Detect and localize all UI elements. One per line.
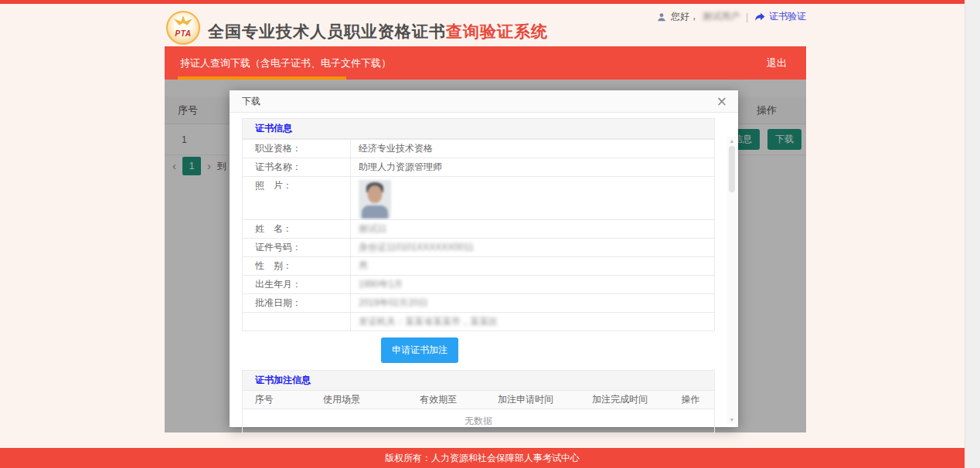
annotation-table-header: 序号 使用场景 有效期至 加注申请时间 加注完成时间 操作 bbox=[243, 391, 714, 409]
info-value: 助理人力资源管理师 bbox=[351, 158, 714, 176]
header-divider: | bbox=[746, 12, 748, 22]
main-navbar: 持证人查询下载（含电子证书、电子文件下载） 退出 bbox=[165, 46, 806, 80]
browser-scrollbar[interactable] bbox=[965, 0, 980, 468]
site-header: PTA 全国专业技术人员职业资格证书查询验证系统 您好， 测试用户 | 证书验证 bbox=[165, 4, 806, 46]
modal-header: 下载 × bbox=[230, 90, 738, 113]
info-row-qualification: 职业资格： 经济专业技术资格 bbox=[243, 139, 714, 158]
info-label: 证件号码： bbox=[243, 239, 351, 256]
info-value: 经济专业技术资格 bbox=[351, 140, 714, 158]
info-row-gender: 性 别： 男 bbox=[243, 256, 714, 275]
modal-title: 下载 bbox=[242, 95, 260, 108]
tab-label: 持证人查询下载（含电子证书、电子文件下载） bbox=[180, 56, 391, 70]
user-icon bbox=[656, 12, 667, 22]
info-row-approval-date: 批准日期： 2019年02月20日 bbox=[243, 293, 714, 312]
photo-cell bbox=[351, 177, 714, 219]
certificate-info-section: 证书信息 职业资格： 经济专业技术资格 证书名称： 助理人力资源管理师 照 片： bbox=[242, 118, 715, 331]
certificate-verify-label: 证书验证 bbox=[769, 10, 806, 23]
close-icon[interactable]: × bbox=[716, 95, 727, 108]
page-container: PTA 全国专业技术人员职业资格证书查询验证系统 您好， 测试用户 | 证书验证… bbox=[165, 4, 806, 46]
info-row-issuer: 发证机关：某某省某某市，某某区 bbox=[243, 312, 714, 331]
scroll-thumb[interactable] bbox=[729, 146, 735, 192]
certificate-photo bbox=[359, 180, 391, 219]
info-row-cert-name: 证书名称： 助理人力资源管理师 bbox=[243, 158, 714, 176]
logo-text: PTA bbox=[175, 29, 192, 38]
info-value-redacted: 男 bbox=[351, 257, 714, 275]
certificate-verify-link[interactable]: 证书验证 bbox=[754, 10, 806, 23]
info-label: 职业资格： bbox=[243, 140, 351, 158]
page-title-accent: 查询验证系统 bbox=[446, 22, 548, 40]
info-row-birth-date: 出生年月： 1990年1月 bbox=[243, 275, 714, 293]
certificate-info-title: 证书信息 bbox=[243, 119, 714, 139]
username-redacted: 测试用户 bbox=[703, 10, 740, 23]
scroll-up-icon[interactable]: ▲ bbox=[730, 137, 735, 145]
info-label: 照 片： bbox=[243, 177, 351, 219]
tab-holder-query-download[interactable]: 持证人查询下载（含电子证书、电子文件下载） bbox=[180, 46, 391, 80]
user-info-bar: 您好， 测试用户 | 证书验证 bbox=[656, 10, 806, 23]
logo-flame-shape bbox=[174, 15, 192, 29]
info-row-photo: 照 片： bbox=[243, 176, 714, 219]
ann-col-action: 操作 bbox=[667, 393, 714, 406]
info-label: 批准日期： bbox=[243, 294, 351, 312]
ann-col-scene: 使用场景 bbox=[285, 393, 398, 406]
info-value-redacted: 测试11 bbox=[351, 220, 714, 238]
photo-head bbox=[368, 185, 383, 203]
info-value-redacted: 1990年1月 bbox=[351, 276, 714, 293]
info-value-redacted: 发证机关：某某省某某市，某某区 bbox=[351, 313, 714, 331]
info-label: 姓 名： bbox=[243, 220, 351, 238]
copyright-text: 版权所有：人力资源和社会保障部人事考试中心 bbox=[385, 453, 580, 463]
apply-annotation-button[interactable]: 申请证书加注 bbox=[381, 337, 458, 363]
page-title: 全国专业技术人员职业资格证书查询验证系统 bbox=[208, 21, 548, 42]
ann-col-valid-until: 有效期至 bbox=[398, 393, 478, 406]
modal-scrollbar[interactable]: ▲ ▼ bbox=[727, 137, 737, 424]
footer: 版权所有：人力资源和社会保障部人事考试中心 bbox=[0, 448, 965, 468]
modal-body: 证书信息 职业资格： 经济专业技术资格 证书名称： 助理人力资源管理师 照 片： bbox=[230, 113, 738, 426]
info-label: 性 别： bbox=[243, 257, 351, 275]
info-row-id-number: 证件号码： 身份证110101XXXXXX0011 bbox=[243, 238, 714, 256]
info-row-name: 姓 名： 测试11 bbox=[243, 219, 714, 238]
scroll-down-icon[interactable]: ▼ bbox=[730, 415, 735, 424]
no-data-text: 无数据 bbox=[243, 409, 714, 432]
share-arrow-icon bbox=[754, 11, 766, 22]
annotation-info-section: 证书加注信息 序号 使用场景 有效期至 加注申请时间 加注完成时间 操作 无数据 bbox=[242, 370, 715, 433]
download-modal: 下载 × 证书信息 职业资格： 经济专业技术资格 证书名称： 助理人力资源管理师… bbox=[230, 90, 738, 427]
page-title-main: 全国专业技术人员职业资格证书 bbox=[208, 22, 446, 40]
ann-col-apply-time: 加注申请时间 bbox=[478, 393, 573, 406]
photo-torso bbox=[362, 205, 388, 219]
pta-logo-icon: PTA bbox=[166, 11, 200, 45]
info-label: 出生年月： bbox=[243, 276, 351, 293]
info-value-redacted: 2019年02月20日 bbox=[351, 294, 714, 312]
ann-col-seq: 序号 bbox=[243, 393, 285, 406]
info-value-redacted: 身份证110101XXXXXX0011 bbox=[351, 239, 714, 256]
greeting-label: 您好， bbox=[671, 10, 699, 23]
annotation-info-title: 证书加注信息 bbox=[243, 371, 714, 391]
ann-col-finish-time: 加注完成时间 bbox=[573, 393, 667, 406]
logout-button[interactable]: 退出 bbox=[767, 56, 787, 70]
info-label bbox=[243, 313, 351, 331]
info-label: 证书名称： bbox=[243, 158, 351, 176]
